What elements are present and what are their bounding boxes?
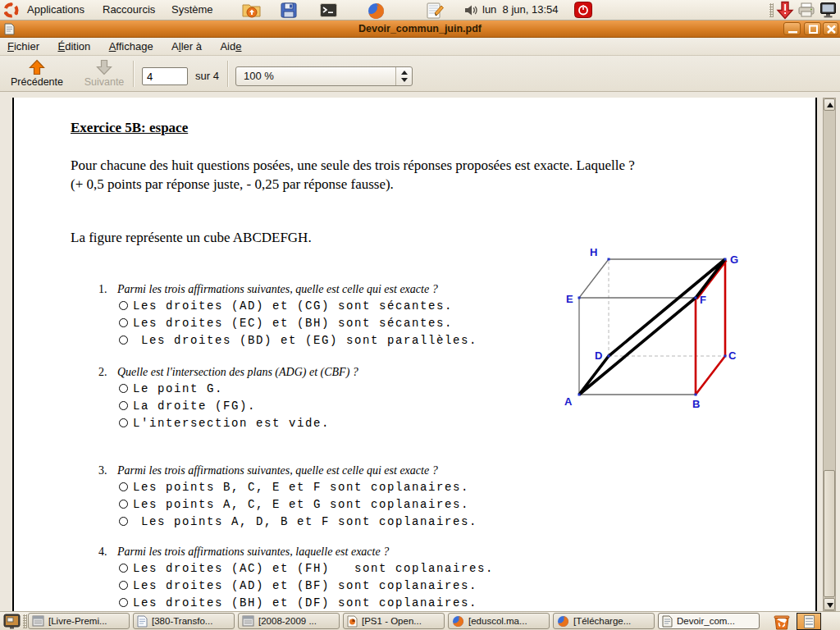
panel-menu-applications[interactable]: Applications (21, 0, 90, 20)
vertex-label-A: A (564, 395, 573, 408)
radio-button[interactable] (119, 301, 128, 310)
previous-page-button[interactable]: Précédente (5, 57, 69, 90)
question-prompt: Parmi les trois affirmations suivantes, … (117, 546, 389, 558)
vertex-label-G: G (730, 253, 738, 266)
radio-button[interactable] (119, 401, 128, 410)
menu-affichage[interactable]: Affichage (102, 38, 161, 56)
taskbar-button-2008-2009[interactable]: [2008-2009 ... (238, 613, 340, 629)
taskbar-button-livre[interactable]: [Livre-Premi... (28, 613, 130, 629)
zoom-level-combo[interactable]: 100 % (235, 66, 413, 86)
window-app-icon (32, 615, 44, 627)
vertex-label-B: B (692, 398, 700, 410)
document-app-icon (137, 615, 148, 628)
presentation-app-icon (347, 615, 358, 628)
top-panel: Applications Raccourcis Système (0, 0, 840, 21)
option-text: Les points A, D, B et F sont coplanaires… (133, 515, 477, 528)
firefox-icon[interactable] (367, 2, 386, 21)
menu-fichier[interactable]: Fichier (0, 38, 47, 56)
workspace-window-thumb (804, 615, 815, 628)
question-2: 2.Quelle est l'intersection des plans (A… (98, 366, 558, 434)
toolbar-separator (133, 61, 135, 87)
power-logout-icon[interactable] (574, 2, 592, 18)
titlebar[interactable]: Devoir_commun_juin.pdf (0, 21, 840, 38)
panel-menu-systeme[interactable]: Système (166, 0, 219, 20)
notes-applet-icon[interactable] (425, 2, 445, 20)
question-number: 3. (98, 464, 117, 477)
option-text: Les droites (AD) et (CG) sont sécantes. (133, 299, 453, 313)
radio-button[interactable] (119, 581, 128, 590)
firefox-app-icon (452, 615, 464, 628)
option-text: Le point G. (133, 382, 223, 395)
radio-button[interactable] (119, 318, 128, 327)
taskbar-button-380-transfo[interactable]: [380-Transfo... (133, 613, 235, 629)
taskbar-button-telecharge[interactable]: [Télécharge... (553, 613, 655, 629)
option-text: Les droites (AD) et (BF) sont coplanaire… (133, 579, 477, 592)
question-3: 3.Parmi les trois affirmations suivantes… (98, 464, 558, 532)
menubar: Fichier Édition Affichage Aller à Aide (0, 38, 840, 56)
file-manager-icon[interactable] (241, 2, 262, 19)
radio-button[interactable] (119, 598, 128, 607)
taskbar-button-devoir-active[interactable]: Devoir_com... (658, 613, 760, 629)
volume-icon[interactable] (464, 4, 478, 16)
down-arrow-icon (95, 58, 113, 76)
radio-button[interactable] (119, 336, 128, 345)
option-text: Les droites (BD) et (EG) sont parallèles… (133, 334, 477, 347)
scrollbar-thumb[interactable] (824, 470, 835, 597)
floppy-save-icon[interactable] (280, 2, 298, 19)
ubuntu-logo-icon[interactable] (2, 2, 20, 19)
vertical-scrollbar[interactable] (823, 98, 836, 611)
radio-button[interactable] (119, 564, 128, 573)
option-text: L'intersection est vide. (133, 417, 330, 430)
radio-button[interactable] (119, 517, 128, 526)
menu-aide[interactable]: Aide (212, 38, 249, 56)
panel-menu-raccourcis[interactable]: Raccourcis (97, 0, 161, 20)
panel-drag-handle[interactable] (769, 3, 774, 17)
pdf-viewer-window: Devoir_commun_juin.pdf Fichier Édition A… (0, 21, 840, 611)
printer-icon[interactable] (797, 2, 815, 17)
close-button[interactable] (823, 22, 838, 35)
window-app-icon (242, 615, 254, 627)
window-title: Devoir_commun_juin.pdf (0, 21, 840, 38)
show-desktop-icon[interactable] (3, 614, 21, 629)
vertex-label-E: E (566, 293, 573, 305)
taskbar-drag-handle[interactable] (23, 614, 27, 628)
radio-button[interactable] (119, 500, 128, 509)
radio-button[interactable] (119, 418, 128, 427)
trash-icon[interactable] (772, 613, 792, 630)
option-text: La droite (FG). (133, 399, 256, 413)
page-count-label: sur 4 (195, 67, 219, 85)
next-page-button[interactable]: Suivante (72, 57, 136, 90)
question-number: 2. (98, 366, 117, 379)
zoom-spinner[interactable] (395, 67, 412, 85)
update-notifier-icon[interactable] (776, 1, 794, 20)
radio-button[interactable] (119, 482, 128, 491)
taskbar-button-eduscol[interactable]: [eduscol.ma... (448, 613, 550, 629)
terminal-icon[interactable] (319, 2, 338, 19)
scroll-down-button[interactable] (824, 598, 835, 610)
option-text: Les droites (AC) et (FH) sont coplanaire… (133, 562, 494, 575)
display-settings-icon[interactable] (819, 2, 837, 18)
taskbar-button-ps1[interactable]: [PS1 - Open... (343, 613, 445, 629)
radio-button[interactable] (119, 384, 128, 393)
spin-up-icon (401, 71, 408, 75)
question-prompt: Quelle est l'intersection des plans (ADG… (117, 366, 358, 378)
question-prompt: Parmi les trois affirmations suivantes, … (117, 283, 438, 295)
toolbar-separator (227, 61, 229, 87)
minimize-button[interactable] (783, 22, 801, 35)
maximize-button[interactable] (804, 22, 821, 35)
menu-edition[interactable]: Édition (50, 38, 98, 56)
question-4: 4.Parmi les trois affirmations suivantes… (98, 546, 558, 611)
exercise-heading: Exercice 5B: espace (71, 120, 188, 136)
panel-clock[interactable]: lun 8 jun, 13:54 (482, 0, 559, 20)
vertex-label-F: F (700, 294, 706, 306)
question-prompt: Parmi les trois affirmations suivantes, … (117, 464, 438, 477)
toolbar: Précédente Suivante sur 4 100 % (0, 56, 840, 92)
workspace-switcher[interactable] (797, 613, 821, 630)
intro-line-1: Pour chacune des huit questions posées, … (71, 158, 760, 174)
zoom-value: 100 % (244, 67, 274, 85)
scroll-up-button[interactable] (824, 98, 835, 111)
menu-aller-a[interactable]: Aller à (164, 38, 209, 56)
option-text: Les droites (BH) et (DF) sont coplanaire… (133, 596, 477, 609)
option-text: Les points B, C, E et F sont coplanaires… (133, 481, 469, 494)
page-number-input[interactable] (142, 67, 188, 85)
